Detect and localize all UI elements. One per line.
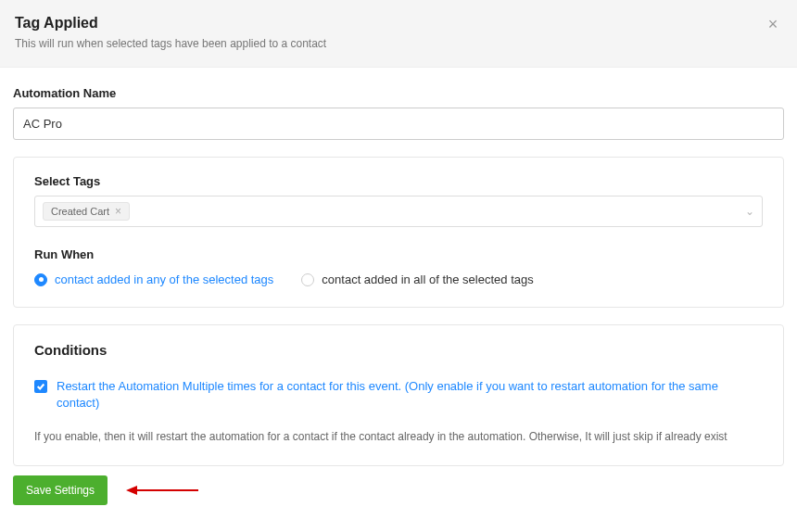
conditions-title: Conditions (34, 342, 763, 358)
automation-name-section: Automation Name (13, 86, 784, 140)
modal-footer: Save Settings (0, 466, 797, 514)
tags-panel: Select Tags Created Cart × ⌄ Run When co… (13, 157, 784, 308)
radio-selected-icon (34, 273, 47, 286)
modal-title: Tag Applied (15, 15, 782, 32)
run-when-all-label: contact added in all of the selected tag… (322, 272, 533, 286)
run-when-option-any[interactable]: contact added in any of the selected tag… (34, 272, 273, 286)
modal-content: Automation Name Select Tags Created Cart… (0, 68, 797, 466)
tag-chip-label: Created Cart (51, 206, 109, 217)
tag-select-dropdown[interactable]: Created Cart × ⌄ (34, 196, 763, 227)
annotation-arrow-icon (126, 483, 200, 498)
select-tags-label: Select Tags (34, 174, 763, 188)
modal-header: Tag Applied This will run when selected … (0, 0, 797, 68)
tag-remove-icon[interactable]: × (115, 206, 121, 217)
checkbox-checked-icon[interactable] (34, 380, 47, 393)
run-when-option-all[interactable]: contact added in all of the selected tag… (301, 272, 533, 286)
chevron-down-icon: ⌄ (745, 205, 754, 218)
automation-name-label: Automation Name (13, 86, 784, 100)
automation-name-input[interactable] (13, 108, 784, 140)
restart-label: Restart the Automation Multiple times fo… (57, 378, 763, 412)
svg-marker-1 (126, 486, 137, 495)
close-icon[interactable]: × (765, 17, 780, 32)
run-when-options: contact added in any of the selected tag… (34, 272, 763, 286)
run-when-any-label: contact added in any of the selected tag… (55, 272, 273, 286)
radio-unselected-icon (301, 273, 314, 286)
restart-checkbox-row[interactable]: Restart the Automation Multiple times fo… (34, 378, 763, 412)
conditions-panel: Conditions Restart the Automation Multip… (13, 324, 784, 466)
run-when-label: Run When (34, 247, 763, 261)
save-button[interactable]: Save Settings (13, 475, 108, 505)
restart-helper-text: If you enable, then it will restart the … (34, 428, 763, 445)
tag-chip[interactable]: Created Cart × (43, 202, 130, 221)
modal-subtitle: This will run when selected tags have be… (15, 37, 782, 50)
